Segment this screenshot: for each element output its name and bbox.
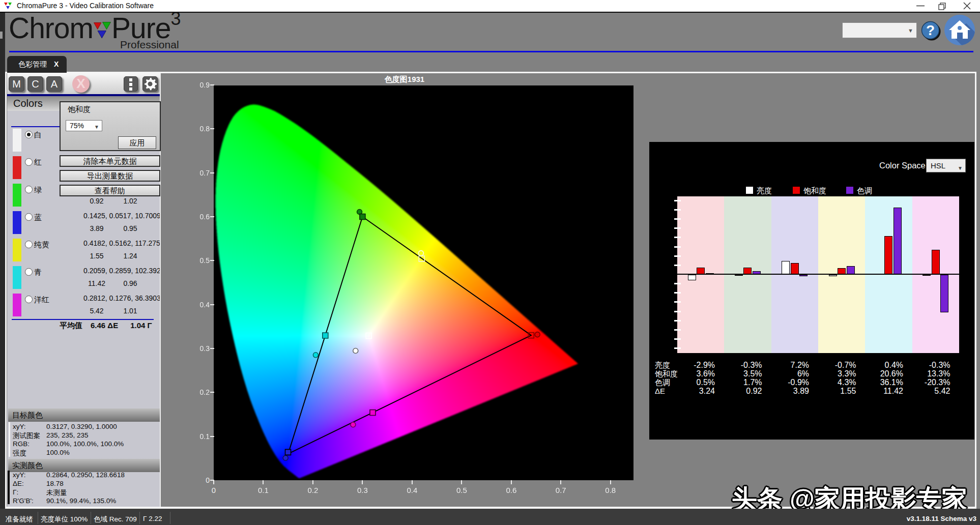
svg-text:?: ? bbox=[926, 22, 935, 38]
